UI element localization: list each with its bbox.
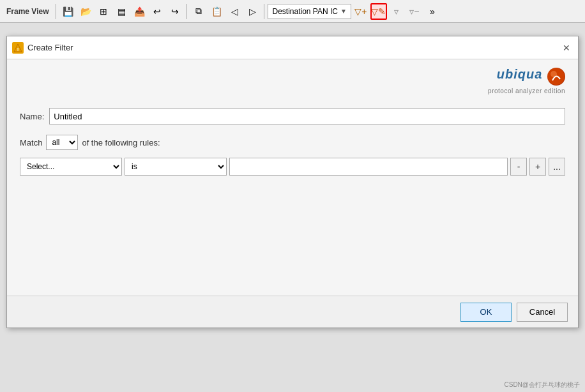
watermark-text: CSDN@会打乒乓球的桃子: [505, 381, 581, 389]
brand-name: ubiqua: [497, 67, 543, 81]
name-row: Name:: [20, 108, 565, 124]
separator-1: [56, 4, 56, 19]
filter-remove-btn[interactable]: ▿−: [406, 3, 423, 20]
toolbar-back-btn[interactable]: ◁: [226, 3, 243, 20]
filter-toggle-btn[interactable]: ▿: [388, 3, 405, 20]
toolbar-paste-btn[interactable]: 📋: [208, 3, 225, 20]
separator-3: [264, 4, 264, 19]
cancel-btn[interactable]: Cancel: [517, 303, 568, 322]
toolbar-table-btn[interactable]: ⊞: [95, 3, 112, 20]
svg-text:!: !: [17, 47, 19, 52]
toolbar-table2-btn[interactable]: ▤: [113, 3, 130, 20]
dialog-close-btn[interactable]: ✕: [560, 41, 573, 54]
toolbar-undo-btn[interactable]: ↩: [149, 3, 165, 20]
brand-area: ubiqua protocol analyzer edition: [488, 67, 565, 95]
main-toolbar: Frame View 💾 📂 ⊞ ▤ 📤 ↩ ↪ ⧉ 📋 ◁ ▷ Destina…: [0, 0, 585, 23]
toolbar-title: Frame View: [3, 7, 52, 16]
filter-add-btn[interactable]: ▽+: [353, 3, 369, 20]
toolbar-forward-btn[interactable]: ▷: [244, 3, 261, 20]
dropdown-arrow-icon: ▼: [340, 8, 347, 15]
dialog-icon: !: [12, 42, 24, 54]
filter-edit-btn[interactable]: ▽✎: [370, 3, 387, 20]
rules-row: Select... is is not contains - + ...: [20, 158, 565, 176]
rule-field-select[interactable]: Select...: [20, 158, 122, 176]
toolbar-copy-btn[interactable]: ⧉: [190, 3, 207, 20]
ok-btn[interactable]: OK: [460, 303, 512, 322]
match-label-post: of the following rules:: [82, 138, 160, 147]
toolbar-open-btn[interactable]: 📂: [77, 3, 94, 20]
dialog-footer: OK Cancel: [7, 296, 578, 328]
dialog-title-text: Create Filter: [27, 43, 556, 52]
match-select[interactable]: all any: [46, 135, 78, 150]
match-label-pre: Match: [20, 138, 42, 147]
destination-dropdown-label: Destination PAN IC: [272, 7, 338, 16]
destination-dropdown[interactable]: Destination PAN IC ▼: [268, 4, 351, 19]
dialog-titlebar: ! Create Filter ✕: [7, 36, 578, 59]
rule-value-input[interactable]: [229, 158, 508, 176]
separator-2: [186, 4, 187, 19]
brand-logo-icon: [547, 68, 565, 86]
create-filter-dialog: ! Create Filter ✕ ubiqua protocol ana: [6, 36, 579, 328]
main-background: ! Create Filter ✕ ubiqua protocol ana: [0, 23, 585, 392]
brand-subtitle: protocol analyzer edition: [488, 87, 565, 94]
toolbar-send-btn[interactable]: 📤: [131, 3, 148, 20]
filter-more-btn[interactable]: »: [424, 3, 441, 20]
rule-dots-btn[interactable]: ...: [549, 158, 565, 176]
dialog-body: ubiqua protocol analyzer edition Name:: [7, 59, 578, 328]
rule-condition-select[interactable]: is is not contains: [125, 158, 227, 176]
name-input[interactable]: [49, 108, 565, 124]
name-label: Name:: [20, 112, 44, 121]
rule-plus-btn[interactable]: +: [529, 158, 546, 176]
match-row: Match all any of the following rules:: [20, 135, 565, 150]
toolbar-redo-btn[interactable]: ↪: [167, 3, 183, 20]
rule-minus-btn[interactable]: -: [510, 158, 527, 176]
toolbar-save-btn[interactable]: 💾: [59, 3, 76, 20]
